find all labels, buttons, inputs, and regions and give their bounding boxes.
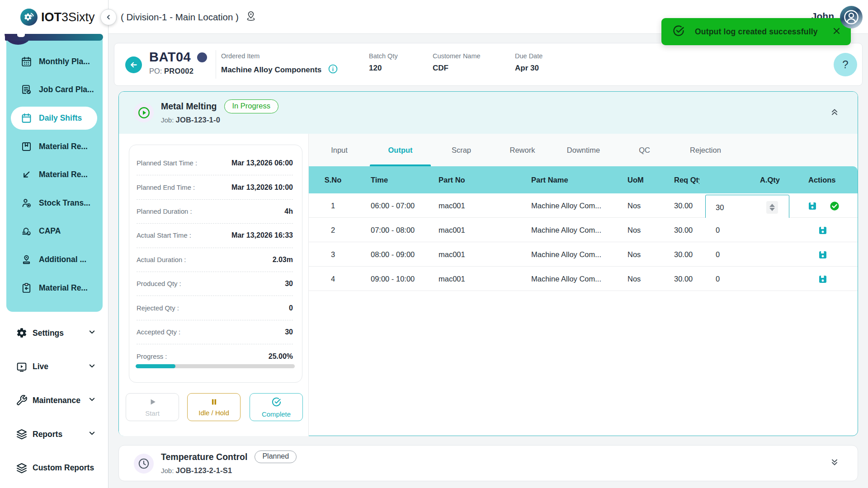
batch-header-card: BAT04 PO: PRO002 Ordered Item Machine Al… bbox=[114, 43, 863, 86]
clipboard-arrow-icon bbox=[20, 282, 32, 294]
brand-name: IOT3Sixty bbox=[41, 10, 95, 24]
operation-card: Metal Melting In Progress Job: JOB-123-1… bbox=[118, 91, 858, 436]
calendar-icon bbox=[20, 56, 32, 67]
sidebar-item-label: Live bbox=[33, 362, 48, 371]
collapse-section-icon[interactable] bbox=[830, 107, 840, 119]
progress-fill bbox=[136, 364, 175, 368]
sidebar-item-label: Additional ... bbox=[39, 255, 86, 264]
sidebar-item-additional[interactable]: Additional ... bbox=[6, 245, 103, 274]
wrench-icon bbox=[16, 394, 28, 406]
batch-status-dot bbox=[197, 52, 207, 62]
detail-row: Planned End Time : Mar 13,2026 10:00 bbox=[137, 175, 293, 199]
user-avatar[interactable] bbox=[840, 6, 863, 28]
sidebar-item-label: Material Re... bbox=[39, 283, 88, 293]
col-header-sno: S.No bbox=[309, 166, 357, 193]
tab-rework[interactable]: Rework bbox=[492, 134, 553, 166]
sidebar-item-label: Custom Reports bbox=[33, 463, 94, 473]
brand-logo: IOT3Sixty bbox=[20, 9, 95, 26]
sidebar-item-label: Settings bbox=[33, 328, 64, 338]
due-date-label: Due Date bbox=[515, 52, 542, 60]
sidebar-item-capa[interactable]: CAPA bbox=[6, 217, 103, 246]
sidebar-item-label: Reports bbox=[33, 430, 62, 439]
tab-scrap[interactable]: Scrap bbox=[431, 134, 492, 166]
tab-rejection[interactable]: Rejection bbox=[675, 134, 736, 166]
progress-bar bbox=[136, 364, 295, 368]
col-header-req-qty: Req Qty bbox=[674, 166, 699, 193]
sidebar-item-custom-reports[interactable]: Custom Reports bbox=[0, 451, 108, 485]
save-icon[interactable] bbox=[818, 250, 828, 260]
divider bbox=[216, 50, 216, 79]
approve-check-icon[interactable] bbox=[830, 201, 840, 211]
start-button[interactable]: Start bbox=[126, 393, 179, 421]
detail-row: Rejected Qty : 0 bbox=[137, 296, 293, 320]
idle-hold-button[interactable]: Idle / Hold bbox=[187, 393, 241, 421]
sidebar-item-label: Material Re... bbox=[39, 142, 88, 151]
sidebar-item-material-return[interactable]: Material Re... bbox=[6, 160, 103, 189]
tab-downtime[interactable]: Downtime bbox=[553, 134, 614, 166]
save-icon[interactable] bbox=[818, 225, 828, 235]
sidebar-item-reports[interactable]: Reports bbox=[0, 418, 108, 451]
sidebar-item-label: Stock Trans... bbox=[39, 198, 90, 208]
toast-close-icon[interactable] bbox=[832, 27, 841, 37]
sidebar-item-settings[interactable]: Settings bbox=[0, 316, 108, 350]
tab-input[interactable]: Input bbox=[309, 134, 370, 166]
tab-output[interactable]: Output bbox=[370, 134, 431, 166]
play-circle-icon bbox=[134, 103, 154, 122]
tab-qc[interactable]: QC bbox=[614, 134, 675, 166]
gear-icon bbox=[16, 327, 28, 339]
toast-message: Output log created successfully bbox=[695, 27, 822, 37]
next-operation-name: Temperature Control bbox=[161, 452, 247, 462]
col-header-uom: UoM bbox=[627, 166, 644, 193]
progress-value: 25.00% bbox=[269, 352, 293, 361]
sidebar-item-material-receipt[interactable]: Material Re... bbox=[6, 274, 103, 302]
location-pin-icon[interactable] bbox=[245, 10, 257, 24]
batch-code: BAT04 bbox=[149, 50, 207, 65]
col-header-part-name: Part Name bbox=[531, 166, 568, 193]
save-icon[interactable] bbox=[807, 201, 817, 211]
brand-gear-icon bbox=[20, 9, 38, 26]
detail-row: Actual Start Time : Mar 13,2026 16:33 bbox=[137, 224, 293, 248]
menu-decor-notch bbox=[17, 34, 25, 37]
planned-badge: Planned bbox=[255, 450, 297, 463]
operation-job: Job: JOB-123-1-0 bbox=[161, 116, 220, 124]
material-box-icon bbox=[20, 141, 32, 152]
sidebar-item-label: Material Re... bbox=[39, 170, 88, 179]
app-window: IOT3Sixty Monthly Pla... bbox=[0, 0, 868, 488]
details-card: Planned Start Time : Mar 13,2026 06:00 P… bbox=[129, 145, 302, 383]
arrow-down-left-icon bbox=[20, 169, 32, 181]
sidebar-item-job-card-plan[interactable]: Job Card Pla... bbox=[6, 76, 103, 104]
sidebar-item-label: Monthly Pla... bbox=[39, 57, 90, 66]
job-card-icon bbox=[20, 84, 32, 96]
sidebar-item-live[interactable]: Live bbox=[0, 350, 108, 384]
sidebar-item-stock-transfer[interactable]: Stock Trans... bbox=[6, 189, 103, 217]
sidebar-item-monthly-plan[interactable]: Monthly Pla... bbox=[6, 47, 103, 76]
complete-button[interactable]: Complete bbox=[250, 393, 303, 421]
sidebar-item-material-request[interactable]: Material Re... bbox=[6, 132, 103, 161]
sidebar-item-daily-shifts[interactable]: Daily Shifts bbox=[6, 104, 103, 132]
toast-notification: Output log created successfully bbox=[661, 18, 851, 45]
table-row: 2 07:00 - 08:00 mac001 Machine Alloy Com… bbox=[309, 218, 858, 242]
chevron-down-icon bbox=[88, 395, 96, 406]
due-date-value: Apr 30 bbox=[515, 64, 542, 73]
help-button[interactable]: ? bbox=[834, 53, 857, 76]
table-header: S.No Time Part No Part Name UoM Req Qty … bbox=[309, 166, 858, 193]
chevron-down-icon bbox=[88, 429, 96, 440]
col-header-time: Time bbox=[371, 166, 388, 193]
info-icon[interactable] bbox=[328, 64, 338, 76]
chevron-down-icon bbox=[88, 361, 96, 372]
save-icon[interactable] bbox=[818, 274, 828, 284]
main-area: ( Division-1 - Main Location ) John bbox=[108, 0, 868, 488]
sidebar-item-maintenance[interactable]: Maintenance bbox=[0, 384, 108, 418]
operation-header: Metal Melting In Progress Job: JOB-123-1… bbox=[119, 92, 858, 134]
customer-label: Customer Name bbox=[433, 52, 481, 60]
col-header-a-qty: A.Qty bbox=[760, 166, 780, 193]
sidebar-collapse-button[interactable] bbox=[100, 9, 117, 25]
stepper-arrows-icon[interactable] bbox=[766, 201, 778, 214]
ordered-item-field: Ordered Item Machine Alloy Components bbox=[221, 52, 338, 76]
expand-section-icon[interactable] bbox=[830, 457, 840, 469]
back-button[interactable] bbox=[125, 56, 142, 73]
due-date-field: Due Date Apr 30 bbox=[515, 52, 542, 73]
detail-row: Accepted Qty : 30 bbox=[137, 320, 293, 344]
table-row: 3 08:00 - 09:00 mac001 Machine Alloy Com… bbox=[309, 242, 858, 267]
next-operation-card: Temperature Control Planned Job: JOB-123… bbox=[118, 445, 858, 481]
